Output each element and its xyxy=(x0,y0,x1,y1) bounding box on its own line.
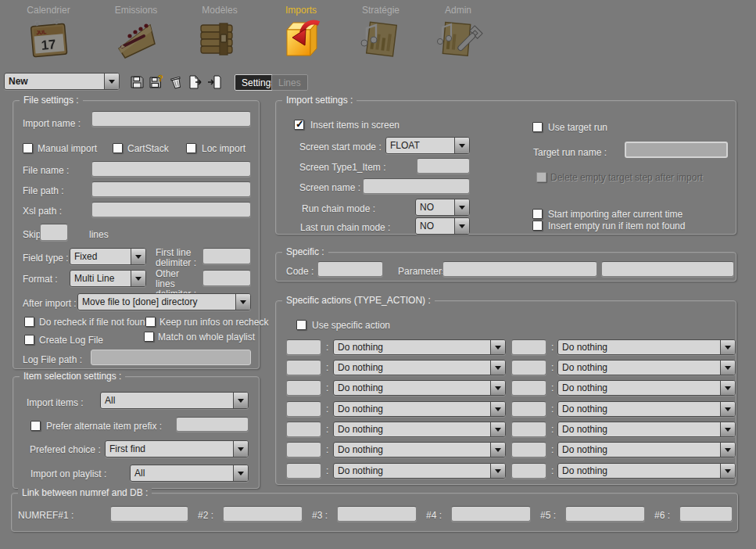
nav-item-emissions[interactable]: Emissions xyxy=(99,5,174,63)
tab-lines[interactable]: Lines xyxy=(271,74,308,91)
action-select[interactable]: Do nothing xyxy=(333,442,506,458)
action-select[interactable]: Do nothing xyxy=(557,360,736,375)
chevron-down-icon[interactable] xyxy=(720,422,735,436)
import-button[interactable] xyxy=(206,74,224,91)
field-type-select[interactable]: Fixed xyxy=(70,248,146,265)
action-code-input[interactable] xyxy=(286,401,321,417)
action-code-input[interactable] xyxy=(511,463,546,479)
save-as-button[interactable]: ? xyxy=(148,74,165,91)
chevron-down-icon[interactable] xyxy=(720,340,735,354)
insert-empty-run-checkbox[interactable] xyxy=(532,221,543,231)
chevron-down-icon[interactable] xyxy=(233,441,248,457)
prefer-alternate-checkbox[interactable] xyxy=(30,421,41,431)
screen-start-mode-select[interactable]: FLOAT xyxy=(385,137,470,154)
numref-4-input[interactable] xyxy=(451,506,531,522)
action-code-input[interactable] xyxy=(286,380,321,396)
format-select[interactable]: Multi Line xyxy=(70,270,146,287)
chevron-down-icon[interactable] xyxy=(490,443,505,457)
chevron-down-icon[interactable] xyxy=(720,402,735,416)
chevron-down-icon[interactable] xyxy=(233,393,248,408)
other-lines-delimiter-input[interactable] xyxy=(202,270,251,286)
chevron-down-icon[interactable] xyxy=(131,249,145,264)
nav-item-calendrier[interactable]: Calendrier JUL 17 xyxy=(11,5,86,63)
action-code-input[interactable] xyxy=(511,401,546,417)
chevron-down-icon[interactable] xyxy=(454,199,469,215)
import-on-playlist-select[interactable]: All xyxy=(130,465,249,482)
skip-lines-input[interactable] xyxy=(40,224,68,241)
chevron-down-icon[interactable] xyxy=(104,74,119,89)
action-code-input[interactable] xyxy=(286,360,321,375)
keep-run-infos-checkbox[interactable] xyxy=(145,317,156,327)
code-input[interactable] xyxy=(317,261,383,277)
start-importing-checkbox[interactable] xyxy=(532,209,543,219)
preset-select[interactable]: New xyxy=(4,73,120,90)
insert-items-checkbox[interactable] xyxy=(294,120,304,130)
action-select[interactable]: Do nothing xyxy=(557,463,736,479)
export-button[interactable] xyxy=(187,74,204,91)
file-name-input[interactable] xyxy=(91,161,251,177)
xsl-path-input[interactable] xyxy=(91,202,251,217)
create-log-file-checkbox[interactable] xyxy=(24,335,34,345)
nav-item-imports[interactable]: Imports xyxy=(263,5,339,63)
action-code-input[interactable] xyxy=(286,463,321,479)
use-specific-action-checkbox[interactable] xyxy=(296,320,306,330)
chevron-down-icon[interactable] xyxy=(720,443,735,457)
action-select[interactable]: Do nothing xyxy=(333,422,506,437)
do-recheck-checkbox[interactable] xyxy=(24,317,34,327)
file-path-input[interactable] xyxy=(91,181,251,197)
run-chain-mode-select[interactable]: NO xyxy=(415,199,470,216)
action-code-input[interactable] xyxy=(511,442,546,458)
chevron-down-icon[interactable] xyxy=(490,422,505,436)
action-code-input[interactable] xyxy=(511,422,546,437)
numref-2-input[interactable] xyxy=(223,506,303,522)
after-import-select[interactable]: Move file to [done] directory xyxy=(77,293,251,310)
action-code-input[interactable] xyxy=(286,339,321,355)
chevron-down-icon[interactable] xyxy=(235,294,250,310)
screen-name-input[interactable] xyxy=(363,178,470,194)
parameter1-input[interactable] xyxy=(442,261,597,277)
last-run-chain-mode-select[interactable]: NO xyxy=(415,217,470,235)
chevron-down-icon[interactable] xyxy=(454,218,469,234)
action-select[interactable]: Do nothing xyxy=(333,401,506,417)
chevron-down-icon[interactable] xyxy=(490,381,505,395)
numref-1-input[interactable] xyxy=(110,506,188,522)
match-whole-playlist-checkbox[interactable] xyxy=(144,332,154,342)
chevron-down-icon[interactable] xyxy=(490,361,505,375)
import-items-select[interactable]: All xyxy=(100,392,249,409)
action-select[interactable]: Do nothing xyxy=(557,339,736,355)
chevron-down-icon[interactable] xyxy=(490,340,505,354)
action-code-input[interactable] xyxy=(286,422,321,437)
chevron-down-icon[interactable] xyxy=(720,464,735,478)
action-code-input[interactable] xyxy=(511,360,546,375)
first-line-delimiter-input[interactable] xyxy=(202,248,251,264)
screen-type1-item-input[interactable] xyxy=(417,158,470,174)
numref-5-input[interactable] xyxy=(565,506,645,522)
nav-item-admin[interactable]: Admin xyxy=(421,5,496,63)
delete-button[interactable] xyxy=(167,74,185,91)
action-select[interactable]: Do nothing xyxy=(557,422,736,437)
nav-item-strategie[interactable]: Stratégie xyxy=(343,5,418,63)
prefer-alternate-input[interactable] xyxy=(176,417,249,432)
save-button[interactable] xyxy=(128,74,145,91)
manual-import-checkbox[interactable] xyxy=(23,143,33,153)
chevron-down-icon[interactable] xyxy=(720,361,735,375)
action-code-input[interactable] xyxy=(511,380,546,396)
numref-3-input[interactable] xyxy=(337,506,417,522)
chevron-down-icon[interactable] xyxy=(233,465,248,481)
action-select[interactable]: Do nothing xyxy=(333,380,506,396)
chevron-down-icon[interactable] xyxy=(454,138,469,153)
chevron-down-icon[interactable] xyxy=(131,271,145,286)
prefered-choice-select[interactable]: First find xyxy=(105,440,249,458)
action-select[interactable]: Do nothing xyxy=(557,380,736,396)
chevron-down-icon[interactable] xyxy=(720,381,735,395)
action-select[interactable]: Do nothing xyxy=(333,360,506,375)
chevron-down-icon[interactable] xyxy=(490,402,505,416)
action-code-input[interactable] xyxy=(286,442,321,458)
loc-import-checkbox[interactable] xyxy=(186,143,196,153)
action-select[interactable]: Do nothing xyxy=(333,463,506,479)
action-select[interactable]: Do nothing xyxy=(333,339,506,355)
action-select[interactable]: Do nothing xyxy=(557,442,736,458)
parameter2-input[interactable] xyxy=(601,261,734,277)
action-select[interactable]: Do nothing xyxy=(557,401,736,417)
cartstack-checkbox[interactable] xyxy=(113,143,123,153)
